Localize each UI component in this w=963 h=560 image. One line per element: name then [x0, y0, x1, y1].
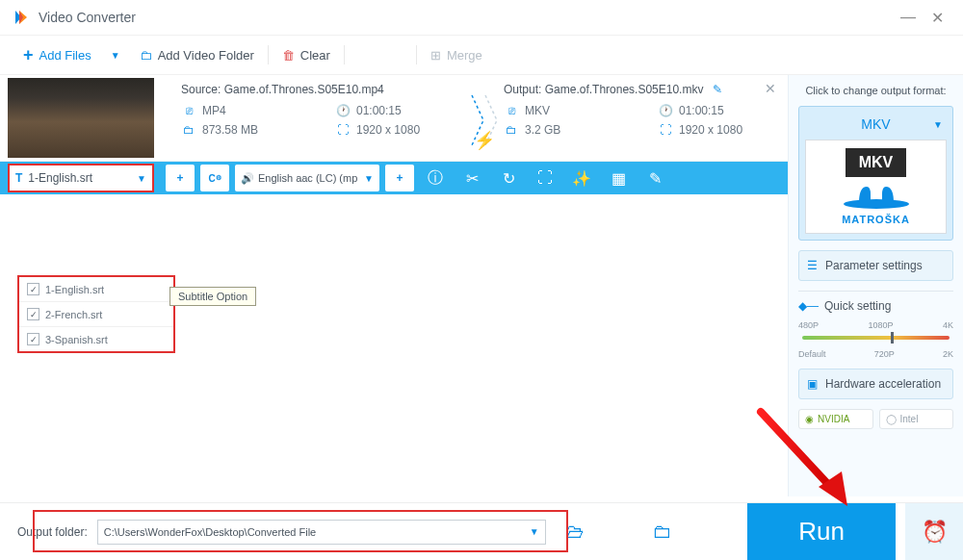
checkbox-icon: ✓ [27, 333, 39, 345]
convert-arrow: ⚡ [465, 83, 504, 157]
sliders-icon: ☰ [807, 259, 818, 272]
source-filename: Game.of.Thrones.S05E10.mp4 [224, 83, 384, 96]
nvidia-icon: ◉ [805, 414, 814, 424]
format-icon: ⎚ [181, 104, 196, 117]
bolt-icon: ⚡ [474, 130, 495, 151]
caret-icon: ▼ [364, 173, 374, 184]
app-logo [12, 8, 31, 27]
checkbox-icon: ✓ [27, 283, 39, 295]
rotate-icon[interactable]: ↻ [493, 169, 524, 188]
open-folder-button[interactable]: 🗀 [642, 521, 681, 543]
subtitle-settings-button[interactable]: C⚙ [200, 165, 229, 191]
intel-icon: ◯ [886, 414, 897, 424]
svg-point-0 [844, 199, 909, 209]
merge-button[interactable]: ⊞ Merge [430, 48, 482, 63]
remove-file-button[interactable]: ✕ [765, 81, 776, 96]
resolution-icon: ⛶ [658, 123, 673, 137]
merge-icon: ⊞ [430, 48, 441, 63]
trash-icon: 🗑 [282, 48, 295, 63]
crop-icon[interactable]: ⛶ [530, 169, 560, 187]
output-folder-input[interactable] [104, 526, 530, 538]
subtitle-select[interactable]: T 1-English.srt ▼ [8, 164, 154, 192]
folder-icon: 🗀 [504, 123, 519, 137]
output-folder-label: Output folder: [17, 525, 88, 539]
diamond-icon: ◆— [798, 299, 819, 313]
watermark-icon[interactable]: ▦ [603, 169, 634, 188]
format-icon: ⎚ [504, 104, 519, 117]
mkv-logo: MKV MATROŠKA [805, 140, 947, 234]
alarm-button[interactable]: ⏰ [905, 503, 963, 561]
browse-folder-button[interactable]: 🗁 [556, 521, 594, 543]
info-icon[interactable]: ⓘ [420, 168, 451, 189]
folder-icon: 🗀 [140, 48, 152, 63]
add-subtitle-button[interactable]: + [166, 165, 195, 191]
edit-icon[interactable]: ✎ [639, 169, 670, 188]
output-format-header: Click to change output format: [798, 85, 953, 96]
effects-icon[interactable]: ✨ [566, 169, 597, 188]
subtitle-option[interactable]: ✓1-English.srt [19, 277, 173, 301]
plus-icon: + [23, 45, 34, 65]
edit-output-button[interactable]: ✎ [713, 83, 722, 96]
chip-icon: ▣ [807, 377, 818, 391]
text-icon: T [15, 171, 22, 185]
output-folder-field[interactable]: ▼ [97, 520, 546, 545]
folder-icon: 🗀 [181, 123, 196, 137]
video-thumbnail[interactable] [8, 78, 154, 158]
matroska-icon [838, 181, 915, 210]
speaker-icon: 🔊 [241, 172, 254, 185]
checkbox-icon: ✓ [27, 308, 39, 320]
clock-icon: 🕐 [658, 104, 673, 117]
resolution-icon: ⛶ [335, 123, 351, 137]
clock-icon: 🕐 [335, 104, 351, 117]
output-format-card[interactable]: MKV▼ MKV MATROŠKA [798, 106, 953, 241]
audio-select[interactable]: 🔊 English aac (LC) (mp ▼ [235, 165, 379, 191]
minimize-button[interactable]: — [894, 8, 923, 27]
subtitle-dropdown[interactable]: ✓1-English.srt ✓2-French.srt ✓3-Spanish.… [17, 275, 175, 353]
add-files-button[interactable]: + Add Files [23, 45, 91, 65]
quality-slider[interactable]: 480P1080P4K [798, 320, 953, 349]
caret-icon: ▼ [530, 526, 539, 537]
hardware-accel-button[interactable]: ▣ Hardware acceleration [798, 369, 953, 399]
run-button[interactable]: Run [747, 503, 896, 561]
nvidia-chip[interactable]: ◉NVIDIA [798, 409, 873, 429]
add-audio-button[interactable]: + [385, 165, 414, 191]
subtitle-tooltip: Subtitle Option [169, 287, 256, 306]
subtitle-option[interactable]: ✓3-Spanish.srt [19, 326, 173, 351]
caret-icon: ▼ [933, 119, 943, 130]
cut-icon[interactable]: ✂ [456, 169, 487, 188]
caret-icon: ▼ [137, 173, 146, 184]
close-button[interactable]: ✕ [923, 8, 951, 27]
subtitle-option[interactable]: ✓2-French.srt [19, 301, 173, 326]
app-title: Video Converter [39, 10, 136, 25]
add-files-caret[interactable]: ▼ [105, 50, 126, 61]
slider-handle[interactable] [891, 332, 894, 344]
intel-chip[interactable]: ◯Intel [879, 409, 954, 429]
output-filename: Game.of.Thrones.S05E10.mkv [545, 83, 704, 96]
quick-setting-label: Quick setting [824, 299, 891, 313]
clear-button[interactable]: 🗑 Clear [282, 48, 330, 63]
add-folder-button[interactable]: 🗀 Add Video Folder [140, 48, 254, 63]
parameter-settings-button[interactable]: ☰ Parameter settings [798, 250, 953, 281]
